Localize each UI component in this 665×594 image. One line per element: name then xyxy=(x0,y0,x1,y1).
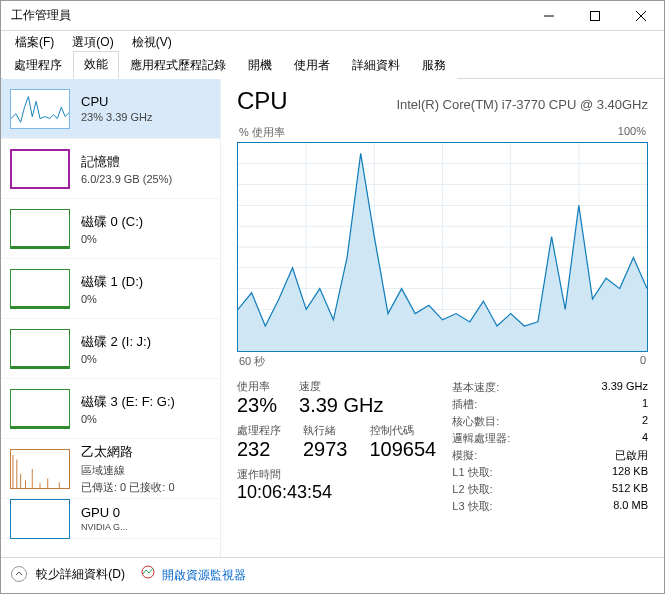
l2-val: 512 KB xyxy=(612,482,648,497)
cpu-thumb-icon xyxy=(10,89,70,129)
open-resmon-label: 開啟資源監視器 xyxy=(162,568,246,582)
sidebar-item-label: 磁碟 3 (E: F: G:) xyxy=(81,393,175,411)
sidebar-item-cpu[interactable]: CPU 23% 3.39 GHz xyxy=(1,79,220,139)
disk-thumb-icon xyxy=(10,329,70,369)
chart-label-bl: 60 秒 xyxy=(239,354,265,369)
close-button[interactable] xyxy=(618,1,664,31)
processes-label: 處理程序 xyxy=(237,423,281,438)
speed-label: 速度 xyxy=(299,379,383,394)
sidebar-item-disk-1[interactable]: 磁碟 1 (D:) 0% xyxy=(1,259,220,319)
tab-users[interactable]: 使用者 xyxy=(283,52,341,79)
chart-label-tr: 100% xyxy=(618,125,646,140)
stats-left: 使用率 23% 速度 3.39 GHz 處理程序 232 執行緒 xyxy=(237,379,452,515)
ethernet-thumb-icon xyxy=(10,449,70,489)
sidebar-item-label: GPU 0 xyxy=(81,505,128,520)
disk-thumb-icon xyxy=(10,269,70,309)
menubar: 檔案(F) 選項(O) 檢視(V) xyxy=(1,31,664,53)
tab-services[interactable]: 服務 xyxy=(411,52,457,79)
sidebar-item-sub: 0% xyxy=(81,233,143,245)
threads-label: 執行緒 xyxy=(303,423,348,438)
fewer-details-button[interactable]: 較少詳細資料(D) xyxy=(11,566,125,583)
gpu-thumb-icon xyxy=(10,499,70,539)
sidebar-item-gpu-0[interactable]: GPU 0 NVIDIA G... xyxy=(1,499,220,539)
speed-value: 3.39 GHz xyxy=(299,394,383,417)
window-title: 工作管理員 xyxy=(11,7,526,24)
chart-label-br: 0 xyxy=(640,354,646,369)
usage-label: 使用率 xyxy=(237,379,277,394)
menu-file[interactable]: 檔案(F) xyxy=(7,32,62,53)
basespeed-key: 基本速度: xyxy=(452,380,499,395)
tab-processes[interactable]: 處理程序 xyxy=(3,52,73,79)
open-resmon-link[interactable]: 開啟資源監視器 xyxy=(141,565,246,584)
disk-thumb-icon xyxy=(10,389,70,429)
uptime-label: 運作時間 xyxy=(237,467,452,482)
resmon-icon xyxy=(141,565,155,579)
main-panel: CPU Intel(R) Core(TM) i7-3770 CPU @ 3.40… xyxy=(221,79,664,557)
memory-thumb-icon xyxy=(10,149,70,189)
logical-val: 4 xyxy=(642,431,648,446)
handles-value: 109654 xyxy=(370,438,437,461)
handles-label: 控制代碼 xyxy=(370,423,437,438)
sidebar-item-label: CPU xyxy=(81,94,153,109)
menu-view[interactable]: 檢視(V) xyxy=(124,32,180,53)
virt-val: 已啟用 xyxy=(615,448,648,463)
sidebar-item-label: 磁碟 2 (I: J:) xyxy=(81,333,151,351)
tab-app-history[interactable]: 應用程式歷程記錄 xyxy=(119,52,237,79)
cpu-model: Intel(R) Core(TM) i7-3770 CPU @ 3.40GHz xyxy=(396,97,648,112)
logical-key: 邏輯處理器: xyxy=(452,431,510,446)
sockets-key: 插槽: xyxy=(452,397,477,412)
minimize-button[interactable] xyxy=(526,1,572,31)
usage-value: 23% xyxy=(237,394,277,417)
sidebar-item-label: 磁碟 1 (D:) xyxy=(81,273,143,291)
stats-right: 基本速度:3.39 GHz 插槽:1 核心數目:2 邏輯處理器:4 模擬:已啟用… xyxy=(452,379,648,515)
cores-key: 核心數目: xyxy=(452,414,499,429)
sidebar-item-sub2: 已傳送: 0 已接收: 0 xyxy=(81,480,175,495)
l3-key: L3 快取: xyxy=(452,499,492,514)
l1-val: 128 KB xyxy=(612,465,648,480)
sidebar-item-sub: 區域連線 xyxy=(81,463,175,478)
tab-startup[interactable]: 開機 xyxy=(237,52,283,79)
sidebar-item-sub: 23% 3.39 GHz xyxy=(81,111,153,123)
uptime-value: 10:06:43:54 xyxy=(237,482,452,503)
cpu-usage-chart xyxy=(237,142,648,352)
sidebar-item-sub: NVIDIA G... xyxy=(81,522,128,532)
chart-label-tl: % 使用率 xyxy=(239,125,285,140)
sidebar-item-sub: 0% xyxy=(81,413,175,425)
processes-value: 232 xyxy=(237,438,281,461)
virt-key: 模擬: xyxy=(452,448,477,463)
sidebar-item-label: 記憶體 xyxy=(81,153,172,171)
sidebar-item-ethernet[interactable]: 乙太網路 區域連線 已傳送: 0 已接收: 0 xyxy=(1,439,220,499)
panel-title: CPU xyxy=(237,87,288,115)
maximize-button[interactable] xyxy=(572,1,618,31)
disk-thumb-icon xyxy=(10,209,70,249)
l1-key: L1 快取: xyxy=(452,465,492,480)
sidebar-item-memory[interactable]: 記憶體 6.0/23.9 GB (25%) xyxy=(1,139,220,199)
performance-sidebar: CPU 23% 3.39 GHz 記憶體 6.0/23.9 GB (25%) 磁… xyxy=(1,79,221,557)
footer: 較少詳細資料(D) 開啟資源監視器 xyxy=(1,557,664,591)
basespeed-val: 3.39 GHz xyxy=(602,380,648,395)
svg-rect-1 xyxy=(591,11,600,20)
sidebar-item-sub: 0% xyxy=(81,353,151,365)
sidebar-item-disk-0[interactable]: 磁碟 0 (C:) 0% xyxy=(1,199,220,259)
content-area: CPU 23% 3.39 GHz 記憶體 6.0/23.9 GB (25%) 磁… xyxy=(1,79,664,557)
threads-value: 2973 xyxy=(303,438,348,461)
cores-val: 2 xyxy=(642,414,648,429)
chevron-up-icon xyxy=(11,566,27,582)
titlebar: 工作管理員 xyxy=(1,1,664,31)
sockets-val: 1 xyxy=(642,397,648,412)
tabbar: 處理程序 效能 應用程式歷程記錄 開機 使用者 詳細資料 服務 xyxy=(1,53,664,79)
menu-options[interactable]: 選項(O) xyxy=(64,32,121,53)
tab-performance[interactable]: 效能 xyxy=(73,51,119,79)
l2-key: L2 快取: xyxy=(452,482,492,497)
sidebar-item-disk-2[interactable]: 磁碟 2 (I: J:) 0% xyxy=(1,319,220,379)
fewer-details-label: 較少詳細資料(D) xyxy=(36,567,125,581)
sidebar-item-sub: 6.0/23.9 GB (25%) xyxy=(81,173,172,185)
sidebar-item-disk-3[interactable]: 磁碟 3 (E: F: G:) 0% xyxy=(1,379,220,439)
tab-details[interactable]: 詳細資料 xyxy=(341,52,411,79)
sidebar-item-label: 磁碟 0 (C:) xyxy=(81,213,143,231)
sidebar-item-label: 乙太網路 xyxy=(81,443,175,461)
sidebar-item-sub: 0% xyxy=(81,293,143,305)
l3-val: 8.0 MB xyxy=(613,499,648,514)
